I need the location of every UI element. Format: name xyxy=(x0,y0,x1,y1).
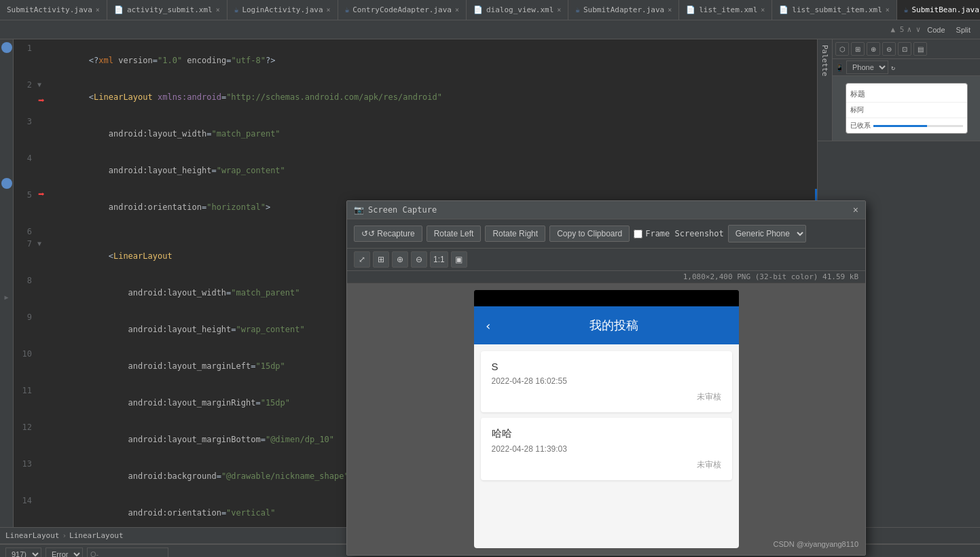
tab-label: SubmitBean.java xyxy=(911,5,979,14)
tab-submit-activity[interactable]: SubmitActivity.java × xyxy=(0,0,107,20)
zoom-in-icon-btn[interactable]: ⊕ xyxy=(867,42,880,56)
phone-status-bar xyxy=(474,290,739,306)
preview-row-sublabel: 标阿 xyxy=(846,103,967,118)
grid-view-icon-btn[interactable]: ⊞ xyxy=(373,251,389,268)
zoom-in-icon-btn[interactable]: ⊕ xyxy=(392,251,408,268)
breadcrumb-item-2[interactable]: LinearLayout xyxy=(69,531,123,540)
phone-type-select[interactable]: Phone xyxy=(846,60,888,74)
tab-label: ContryCodeAdapter.java xyxy=(352,5,452,14)
code-line-1: 1 <?xml version="1.0" encoding="utf-8"?> xyxy=(14,42,817,79)
code-view-btn[interactable]: Code xyxy=(923,24,949,35)
actual-size-icon-btn[interactable]: 1:1 xyxy=(430,251,448,268)
tab-activity-submit[interactable]: 📄 activity_submit.xml × xyxy=(107,0,228,20)
frame-icon-btn[interactable]: ▣ xyxy=(451,251,467,268)
tab-list-item[interactable]: 📄 list_item.xml × xyxy=(679,0,772,20)
dialog-title-bar: 📷 Screen Capture × xyxy=(347,201,865,219)
tab-close-6[interactable]: × xyxy=(761,6,765,14)
breadcrumb-item-1[interactable]: LinearLayout xyxy=(5,531,59,540)
phone-app-bar: ‹ 我的投稿 xyxy=(474,306,739,344)
phone-content: S 2022-04-28 16:02:55 未审核 哈哈 2022-04-28 … xyxy=(474,344,739,548)
recapture-icon: ↺ xyxy=(361,229,368,238)
fit-icon-btn[interactable]: ⊡ xyxy=(898,42,911,56)
top-toolbar: ▲ 5 ∧ ∨ Code Split xyxy=(0,20,980,39)
code-line-2: 2 ▼ <LinearLayout xmlns:android="http://… xyxy=(14,79,817,115)
phone-card-2: 哈哈 2022-04-28 11:39:03 未审核 xyxy=(481,418,732,480)
preview-row-progress: 已收系 xyxy=(846,118,967,133)
recapture-button[interactable]: ↺ ↺ Recapture xyxy=(354,226,422,242)
code-line-3: 3 android:layout_width="match_parent" xyxy=(14,115,817,152)
tab-close-5[interactable]: × xyxy=(668,6,672,14)
log-search-input[interactable] xyxy=(87,547,168,558)
preview-progress-bar xyxy=(873,125,963,127)
tab-label: LoginActivity.java xyxy=(242,5,323,14)
preview-progress-fill xyxy=(873,125,927,127)
tab-submit-adapter[interactable]: ☕ SubmitAdapter.java × xyxy=(568,0,679,20)
tab-label: SubmitActivity.java xyxy=(7,5,92,14)
tab-contry-code[interactable]: ☕ ContryCodeAdapter.java × xyxy=(338,0,467,20)
phone-preview: ‹ 我的投稿 S 2022-04-28 16:02:55 未审核 哈哈 2022… xyxy=(474,290,739,548)
tab-label: list_submit_item.xml xyxy=(792,5,882,14)
phone-icon: 📱 xyxy=(835,64,843,71)
screen-capture-dialog: 📷 Screen Capture × ↺ ↺ Recapture Rotate … xyxy=(346,200,866,556)
rotate-left-button[interactable]: Rotate Left xyxy=(427,226,482,242)
rotate-right-button[interactable]: Rotate Right xyxy=(485,226,545,242)
attrs-icon-btn[interactable]: ⊞ xyxy=(851,42,865,56)
dialog-content: ‹ 我的投稿 S 2022-04-28 16:02:55 未审核 哈哈 2022… xyxy=(347,283,865,555)
fold-triangle: ▶ xyxy=(4,293,8,301)
tab-label: activity_submit.xml xyxy=(127,5,213,14)
gutter-icon-1[interactable] xyxy=(1,178,12,189)
tab-dialog-view[interactable]: 📄 dialog_view.xml × xyxy=(467,0,568,20)
code-line-4: 4 android:layout_height="wrap_content" xyxy=(14,152,817,189)
rotate-icon: ↻ xyxy=(891,64,895,71)
tab-bar: SubmitActivity.java × 📄 activity_submit.… xyxy=(0,0,980,20)
watermark: CSDN @xiyangyang8110 xyxy=(773,540,858,548)
tab-close-0[interactable]: × xyxy=(96,6,100,14)
tab-login-activity[interactable]: ☕ LoginActivity.java × xyxy=(228,0,338,20)
dialog-info-bar: 1,080×2,400 PNG (32-bit color) 41.59 kB xyxy=(347,271,865,283)
copy-clipboard-button[interactable]: Copy to Clipboard xyxy=(549,226,630,242)
tab-close-7[interactable]: × xyxy=(886,6,890,14)
split-view-btn[interactable]: Split xyxy=(952,24,975,35)
tab-close-2[interactable]: × xyxy=(327,6,331,14)
tab-label: dialog_view.xml xyxy=(486,5,553,14)
dialog-title: 📷 Screen Capture xyxy=(354,205,437,215)
tab-submit-bean[interactable]: ☕ SubmitBean.java × xyxy=(897,0,980,20)
fullscreen-icon-btn[interactable]: ⤢ xyxy=(354,251,370,268)
tab-close-4[interactable]: × xyxy=(557,6,561,14)
palette-tab[interactable]: Palette xyxy=(818,39,833,141)
zoom-out-icon-btn[interactable]: ⊖ xyxy=(882,42,896,56)
tab-label: SubmitAdapter.java xyxy=(583,5,664,14)
dialog-button-toolbar: ↺ ↺ Recapture Rotate Left Rotate Right C… xyxy=(347,219,865,249)
tab-close-1[interactable]: × xyxy=(216,6,220,14)
preview-area: 标题 标阿 已收系 xyxy=(833,76,980,141)
filter-select-1[interactable]: 917) xyxy=(5,547,41,558)
dialog-icon-toolbar: ⤢ ⊞ ⊕ ⊖ 1:1 ▣ xyxy=(347,249,865,271)
preview-row-title: 标题 xyxy=(846,84,967,103)
dialog-close-button[interactable]: × xyxy=(853,205,858,215)
grid-icon-btn[interactable]: ▤ xyxy=(913,42,927,56)
preview-phone: 标题 标阿 已收系 xyxy=(846,83,968,134)
filter-select-2[interactable]: Error xyxy=(46,547,83,558)
phone-back-button[interactable]: ‹ xyxy=(485,319,492,333)
breadcrumb-arrow: › xyxy=(62,531,67,540)
phone-model-select[interactable]: Generic Phone Pixel 4 Galaxy S21 xyxy=(728,225,806,242)
frame-screenshot-checkbox[interactable] xyxy=(634,230,642,238)
zoom-out-icon-btn[interactable]: ⊖ xyxy=(411,251,427,268)
left-gutter: ▶ xyxy=(0,39,14,527)
phone-card-1: S 2022-04-28 16:02:55 未审核 xyxy=(481,351,732,412)
frame-screenshot-label[interactable]: Frame Screenshot xyxy=(634,229,724,238)
design-icon-btn[interactable]: ⬡ xyxy=(835,42,849,56)
tab-close-3[interactable]: × xyxy=(455,6,459,14)
camera-icon: 📷 xyxy=(354,205,364,215)
gutter-icon-0[interactable] xyxy=(1,42,12,53)
tab-list-submit-item[interactable]: 📄 list_submit_item.xml × xyxy=(772,0,896,20)
tab-label: list_item.xml xyxy=(699,5,757,14)
